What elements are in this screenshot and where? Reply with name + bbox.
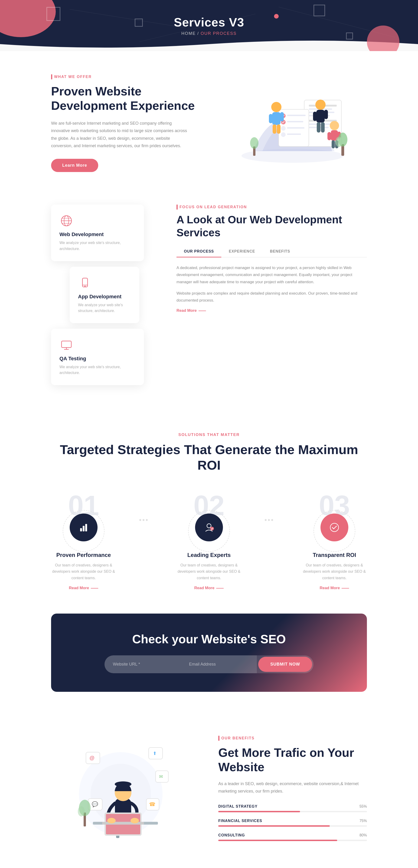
roi-card-title-2: Leading Experts bbox=[177, 552, 241, 558]
progress-item-consulting: CONSULTING 80% bbox=[218, 833, 367, 841]
progress-label-consulting: CONSULTING bbox=[218, 833, 245, 837]
section-seo-check: Check your Website's SEO SUBMIT NOW bbox=[51, 614, 367, 692]
roi-card-desc-1: Our team of creatives, designers & devel… bbox=[51, 562, 116, 581]
tab-paragraph-1: A dedicated, professional project manage… bbox=[177, 265, 367, 286]
progress-item-financial: FINANCIAL SERVICES 75% bbox=[218, 819, 367, 827]
seo-form: SUBMIT NOW bbox=[104, 655, 314, 673]
tab-experience[interactable]: EXPERIENCE bbox=[221, 246, 262, 257]
svg-rect-24 bbox=[280, 112, 284, 121]
svg-point-17 bbox=[281, 126, 286, 131]
progress-fill-financial bbox=[218, 825, 330, 827]
svg-rect-32 bbox=[321, 122, 325, 132]
progress-item-digital: DIGITAL STRATEGY 55% bbox=[218, 804, 367, 812]
submit-button[interactable]: SUBMIT NOW bbox=[258, 657, 312, 672]
benefits-text-block: OUR BENEFITS Get More Trafic on Your Web… bbox=[218, 736, 367, 847]
roi-card-desc-3: Our team of creatives, designers & devel… bbox=[302, 562, 367, 581]
svg-rect-49 bbox=[83, 278, 88, 287]
benefits-svg: @ ⬆ ✉ ☎ 💬 bbox=[74, 734, 177, 850]
service-name-qa: QA Testing bbox=[59, 355, 136, 362]
svg-point-59 bbox=[210, 527, 214, 530]
roi-read-more-3[interactable]: Read More bbox=[302, 586, 367, 590]
svg-point-85 bbox=[130, 818, 139, 824]
section1-tag: WHAT WE OFFER bbox=[51, 74, 200, 80]
roi-read-more-1[interactable]: Read More bbox=[51, 586, 116, 590]
service-card-qa: QA Testing We analyze your web site's st… bbox=[51, 329, 144, 385]
section3-tag: SOLUTIONS THAT MATTER bbox=[51, 433, 367, 437]
svg-text:✉: ✉ bbox=[159, 774, 163, 779]
svg-point-43 bbox=[250, 137, 259, 149]
deco-square-1 bbox=[47, 7, 60, 21]
globe-icon bbox=[59, 214, 73, 228]
section1-text-block: WHAT WE OFFER Proven Website Development… bbox=[51, 74, 200, 172]
svg-rect-22 bbox=[272, 112, 280, 125]
roi-cards-container: 01 Proven Performance Our team of creati… bbox=[51, 492, 367, 590]
svg-rect-26 bbox=[277, 124, 280, 134]
svg-rect-29 bbox=[313, 112, 317, 121]
svg-point-77 bbox=[115, 781, 131, 787]
svg-rect-55 bbox=[80, 528, 82, 531]
section1-title: Proven Website Development Experience bbox=[51, 84, 200, 113]
section-what-we-offer: WHAT WE OFFER Proven Website Development… bbox=[0, 51, 418, 191]
service-desc-web: We analyze your web site's structure, ar… bbox=[59, 240, 136, 252]
tab-benefits[interactable]: BENEFITS bbox=[262, 246, 297, 257]
breadcrumb-current: OUR PROCESS bbox=[201, 31, 237, 36]
service-name-app: App Development bbox=[78, 294, 131, 300]
progress-fill-consulting bbox=[218, 840, 337, 841]
svg-point-19 bbox=[281, 132, 286, 137]
section2-tag: FOCUS ON LEAD GENERATION bbox=[177, 205, 367, 210]
svg-point-41 bbox=[335, 137, 343, 147]
service-detail-panel: FOCUS ON LEAD GENERATION A Look at Our W… bbox=[177, 205, 367, 313]
service-card-app: App Development We analyze your web site… bbox=[70, 267, 139, 323]
read-more-link[interactable]: Read More bbox=[177, 308, 367, 313]
benefits-tag: OUR BENEFITS bbox=[218, 736, 367, 741]
deco-dot-1 bbox=[274, 14, 279, 19]
svg-point-84 bbox=[107, 818, 116, 824]
svg-rect-31 bbox=[317, 122, 321, 132]
svg-point-60 bbox=[330, 523, 338, 532]
svg-rect-25 bbox=[273, 124, 276, 134]
breadcrumb-home[interactable]: HOME bbox=[181, 31, 196, 36]
roi-circle-1 bbox=[70, 514, 97, 541]
roi-read-more-2[interactable]: Read More bbox=[177, 586, 241, 590]
email-input[interactable] bbox=[181, 655, 257, 673]
roi-ring-3 bbox=[314, 510, 355, 552]
svg-line-1 bbox=[279, 7, 395, 37]
monitor-icon bbox=[59, 338, 73, 352]
page-title: Services V3 bbox=[174, 15, 244, 29]
svg-rect-20 bbox=[287, 133, 301, 135]
roi-circle-2 bbox=[195, 514, 223, 541]
progress-label-digital: DIGITAL STRATEGY bbox=[218, 804, 258, 809]
svg-rect-23 bbox=[269, 114, 273, 123]
svg-point-33 bbox=[330, 121, 339, 130]
roi-ring-2 bbox=[188, 510, 230, 552]
learn-more-button[interactable]: Learn More bbox=[51, 159, 98, 172]
breadcrumb-sep: / bbox=[198, 31, 199, 36]
tab-paragraph-2: Website projects are complex and require… bbox=[177, 290, 367, 304]
svg-rect-16 bbox=[287, 121, 303, 122]
progress-bg-digital bbox=[218, 811, 367, 812]
tab-our-process[interactable]: OUR PROCESS bbox=[177, 246, 221, 257]
svg-point-83 bbox=[78, 806, 85, 816]
section1-illustration bbox=[218, 82, 367, 165]
progress-pct-consulting: 80% bbox=[359, 833, 367, 837]
svg-rect-30 bbox=[324, 110, 328, 119]
section-services: Web Development We analyze your web site… bbox=[0, 191, 418, 414]
progress-bars: DIGITAL STRATEGY 55% FINANCIAL SERVICES … bbox=[218, 804, 367, 841]
progress-bg-financial bbox=[218, 825, 367, 827]
svg-rect-57 bbox=[85, 524, 87, 531]
roi-card-3: 03 Transparent ROI Our team of creatives… bbox=[302, 492, 367, 590]
svg-rect-56 bbox=[83, 526, 85, 531]
service-name-web: Web Development bbox=[59, 231, 136, 238]
svg-point-21 bbox=[271, 102, 281, 112]
page-header: Services V3 HOME / OUR PROCESS bbox=[0, 0, 418, 51]
svg-rect-37 bbox=[332, 140, 335, 148]
progress-label-financial: FINANCIAL SERVICES bbox=[218, 819, 262, 823]
benefits-title: Get More Trafic on Your Website bbox=[218, 745, 367, 774]
deco-square-2 bbox=[135, 19, 143, 27]
tab-content: A dedicated, professional project manage… bbox=[177, 265, 367, 304]
svg-rect-14 bbox=[287, 115, 306, 116]
roi-card-title-1: Proven Performance bbox=[51, 552, 116, 558]
roi-ring-1 bbox=[63, 510, 104, 552]
website-url-input[interactable] bbox=[104, 655, 181, 673]
progress-pct-financial: 75% bbox=[359, 819, 367, 823]
